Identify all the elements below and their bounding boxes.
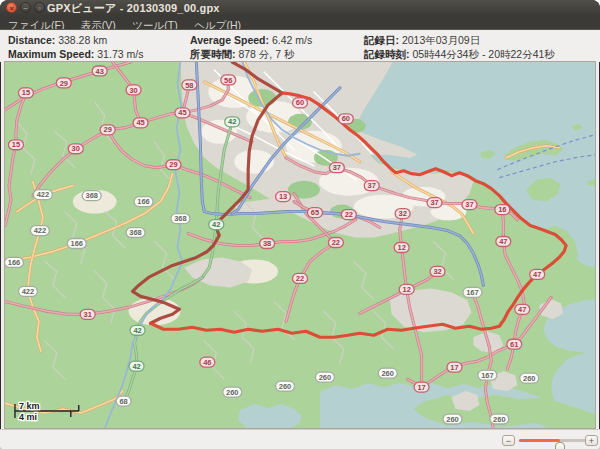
route-shield: 30 [68,144,83,154]
route-shield: 42 [130,325,145,335]
record-time-value: 05時44分34秒 - 20時22分41秒 [412,48,554,60]
zoom-slider-handle[interactable] [555,442,565,449]
route-shield: 29 [56,78,71,88]
route-shield: 42 [129,361,144,371]
svg-text:42: 42 [133,326,141,335]
svg-text:42: 42 [228,117,236,126]
svg-text:260: 260 [226,388,238,397]
route-shield: 32 [395,209,410,219]
svg-text:167: 167 [481,371,493,380]
svg-text:58: 58 [185,81,193,90]
svg-text:422: 422 [37,190,49,199]
svg-text:16: 16 [498,205,506,214]
avg-speed-field: Average Speed: 6.42 m/s [190,33,312,47]
svg-text:47: 47 [533,270,541,279]
svg-text:68: 68 [119,397,127,406]
svg-text:12: 12 [402,285,410,294]
zoom-in-button[interactable]: + [585,435,598,446]
route-shield: 13 [276,192,291,202]
route-shield: 260 [315,372,334,382]
route-shield: 368 [82,191,101,201]
route-shield: 37 [364,181,379,191]
svg-text:260: 260 [446,415,458,424]
distance-value: 338.28 km [58,34,107,46]
route-shield: 260 [223,387,242,397]
route-shield: 17 [414,382,429,392]
svg-text:32: 32 [433,267,441,276]
route-shield: 260 [276,381,295,391]
route-shield: 260 [378,368,397,378]
route-shield: 22 [341,210,356,220]
svg-text:29: 29 [169,160,177,169]
map-canvas[interactable]: 4329153045293015455856296060373737376522… [5,62,595,428]
svg-text:45: 45 [178,108,186,117]
svg-text:368: 368 [174,214,186,223]
route-shield: 422 [33,190,52,200]
route-shield: 17 [447,362,462,372]
svg-text:4 mi: 4 mi [19,412,37,422]
route-shield: 22 [328,238,343,248]
svg-text:260: 260 [319,373,331,382]
svg-text:260: 260 [523,374,535,383]
svg-text:15: 15 [12,140,20,149]
route-shield: 260 [490,414,509,424]
svg-text:167: 167 [466,288,478,297]
svg-text:166: 166 [71,239,83,248]
route-shield: 68 [116,396,131,406]
max-speed-label: Maximum Speed: [8,48,94,60]
svg-text:12: 12 [398,243,406,252]
svg-text:37: 37 [430,198,438,207]
svg-text:42: 42 [212,220,220,229]
route-shield: 47 [530,269,545,279]
svg-text:37: 37 [333,163,341,172]
route-shield: 260 [443,414,462,424]
route-shield: 32 [430,266,445,276]
route-shield: 260 [520,373,539,383]
svg-text:260: 260 [381,369,393,378]
route-shield: 166 [5,257,23,267]
svg-text:38: 38 [263,239,271,248]
route-shield: 422 [30,226,49,236]
svg-text:13: 13 [279,192,287,201]
svg-text:42: 42 [132,362,140,371]
record-date-field: 記録日: 2013年03月09日 [364,33,555,47]
record-date-value: 2013年03月09日 [402,34,480,46]
minimize-button[interactable]: − [20,2,31,13]
svg-text:56: 56 [224,76,232,85]
route-shield: 45 [133,118,148,128]
maximize-button[interactable]: ▫ [34,2,45,13]
svg-text:37: 37 [465,200,473,209]
park [288,181,320,199]
record-date-label: 記録日: [364,34,399,46]
route-shield: 29 [100,125,115,135]
route-shield: 37 [329,163,344,173]
duration-value: 878 分, 7 秒 [238,48,294,60]
route-shield: 43 [92,66,107,76]
svg-text:45: 45 [136,118,144,127]
route-shield: 61 [507,339,522,349]
distance-field: Distance: 338.28 km [8,33,143,47]
route-shield: 38 [260,239,275,249]
route-shield: 56 [221,75,236,85]
svg-text:22: 22 [296,274,304,283]
zoom-out-button[interactable]: − [502,435,515,446]
route-shield: 15 [18,88,33,98]
info-panel: Distance: 338.28 km Maximum Speed: 31.73… [0,29,600,62]
svg-text:30: 30 [72,144,80,153]
menubar: ファイル(F) 表示(V) ツール(T) ヘルプ(H) [0,15,600,29]
map-viewport[interactable]: 4329153045293015455856296060373737376522… [4,61,596,429]
max-speed-value: 31.73 m/s [97,48,143,60]
route-shield: 31 [80,309,95,319]
svg-text:37: 37 [368,181,376,190]
route-shield: 167 [463,287,482,297]
max-speed-field: Maximum Speed: 31.73 m/s [8,47,143,61]
route-shield: 37 [427,198,442,208]
svg-text:30: 30 [129,86,137,95]
close-button[interactable]: × [6,2,17,13]
zoom-slider[interactable] [519,439,587,442]
route-shield: 368 [171,214,190,224]
window-title: GPXビューア - 20130309_00.gpx [47,1,220,16]
titlebar[interactable]: × − ▫ GPXビューア - 20130309_00.gpx [0,0,600,15]
svg-text:166: 166 [137,197,149,206]
svg-text:15: 15 [22,89,30,98]
